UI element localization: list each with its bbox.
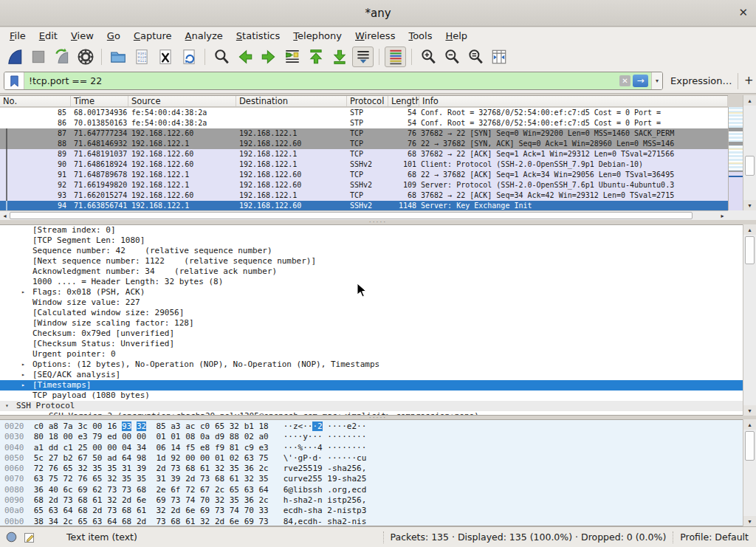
ascii-char[interactable]: i (357, 517, 362, 526)
hex-byte[interactable]: ac (185, 422, 195, 431)
detail-line[interactable]: [Calculated window size: 29056] (0, 308, 743, 318)
hex-byte[interactable]: 65 (34, 506, 44, 515)
column-header-source[interactable]: Source (128, 96, 236, 106)
hex-byte[interactable]: 2d (185, 474, 195, 484)
hex-byte[interactable]: 32 (215, 495, 224, 505)
ascii-char[interactable]: 4 (288, 517, 293, 526)
hex-byte[interactable]: 72 (63, 474, 73, 484)
detail-line[interactable]: TCP payload (1080 bytes) (0, 391, 743, 401)
ascii-char[interactable]: 5 (303, 464, 308, 473)
ascii-char[interactable]: o (332, 485, 337, 495)
add-filter-button[interactable]: + (744, 74, 754, 87)
hex-byte[interactable]: 34 (137, 443, 146, 453)
go-back-button[interactable] (234, 47, 255, 67)
hex-byte[interactable]: 40 (49, 485, 58, 495)
ascii-char[interactable]: · (327, 422, 332, 431)
hex-byte[interactable]: 00 (137, 432, 146, 441)
filter-apply-button[interactable]: → (633, 75, 648, 87)
expand-arrow-icon[interactable]: ▸ (21, 380, 25, 391)
ascii-char[interactable]: · (327, 453, 332, 463)
hex-byte[interactable]: dd (49, 443, 58, 453)
restart-capture-button[interactable] (51, 47, 72, 67)
hex-byte[interactable]: 72 (34, 464, 44, 473)
hex-byte[interactable]: 67 (78, 453, 87, 463)
colorize-packets-button[interactable] (385, 47, 406, 67)
capture-options-button[interactable] (75, 47, 96, 67)
ascii-char[interactable]: c (288, 506, 293, 515)
hex-byte[interactable]: 18 (259, 422, 269, 431)
hex-byte[interactable]: 32 (215, 464, 224, 473)
hex-byte[interactable]: 3c (78, 422, 87, 431)
hex-row[interactable]: 0090 68 2d 73 68 61 32 2d 6e 69 73 74 70… (4, 495, 743, 506)
hex-byte[interactable]: 00 (185, 453, 195, 463)
hex-byte[interactable]: a0 (259, 432, 269, 441)
hex-byte[interactable]: 73 (107, 506, 117, 515)
hex-byte[interactable]: ed (107, 432, 117, 441)
ascii-char[interactable]: d (362, 485, 367, 495)
ascii-char[interactable]: b (303, 485, 308, 495)
packet-row[interactable]: 8871.648146932192.168.122.1192.168.122.6… (0, 139, 728, 149)
hex-byte[interactable]: 63 (34, 474, 44, 484)
hex-byte[interactable]: 92 (171, 453, 180, 463)
expand-arrow-icon[interactable]: ▸ (21, 359, 25, 370)
ascii-char[interactable]: g (342, 485, 347, 495)
hex-byte[interactable]: 63 (244, 485, 254, 495)
detail-line[interactable]: Window size value: 227 (0, 297, 743, 308)
hex-byte[interactable]: 69 (156, 495, 165, 505)
hex-byte[interactable]: 72 (185, 485, 195, 495)
ascii-char[interactable]: · (327, 443, 332, 453)
hex-byte[interactable]: 00 (107, 443, 117, 453)
stop-capture-button[interactable] (27, 47, 49, 67)
hex-byte[interactable]: 70 (200, 495, 210, 505)
go-first-button[interactable] (305, 47, 326, 67)
ascii-char[interactable]: 5 (317, 474, 323, 484)
ascii-char[interactable]: · (293, 443, 298, 453)
menu-file[interactable]: File (3, 29, 32, 43)
ascii-char[interactable]: 4 (317, 443, 323, 453)
hex-byte[interactable]: 68 (137, 485, 146, 495)
hex-row[interactable]: 0080 36 40 6c 69 62 73 73 68 2e 6f 72 67… (4, 485, 743, 495)
ascii-char[interactable]: s (362, 517, 367, 526)
ascii-char[interactable]: · (342, 422, 347, 431)
hex-byte[interactable]: 31 (156, 474, 165, 484)
zoom-reset-button[interactable] (464, 47, 486, 67)
hex-byte[interactable]: 01 (171, 432, 180, 441)
hex-byte[interactable]: a3 (171, 422, 180, 431)
hex-byte[interactable]: 2d (137, 517, 146, 526)
hex-byte[interactable]: 08 (185, 432, 195, 441)
hex-byte[interactable]: c0 (200, 422, 210, 431)
hex-byte[interactable]: 70 (244, 506, 254, 515)
hex-byte[interactable]: 18 (49, 432, 58, 441)
hscrollbar-thumb[interactable] (10, 212, 693, 219)
hex-byte[interactable]: e3 (78, 432, 87, 441)
hex-byte[interactable]: 68 (78, 506, 87, 515)
hex-byte[interactable]: 00 (92, 422, 102, 431)
go-to-packet-button[interactable] (281, 47, 303, 67)
hex-row[interactable]: 0070 63 75 72 76 65 32 35 35 31 39 2d 73… (4, 474, 743, 484)
hex-byte[interactable]: 73 (171, 464, 180, 473)
hex-byte[interactable]: 61 (185, 517, 195, 526)
hex-byte[interactable]: 63 (244, 453, 254, 463)
ascii-char[interactable]: · (317, 453, 323, 463)
hex-byte[interactable]: 61 (92, 495, 102, 505)
ascii-char[interactable]: · (351, 432, 357, 441)
ascii-char[interactable]: - (303, 506, 308, 515)
display-filter-input[interactable]: !tcp.port == 22 ✕ → (24, 72, 651, 89)
ascii-char[interactable]: , (362, 464, 367, 473)
ascii-char[interactable]: · (288, 422, 293, 431)
hex-row[interactable]: 00a0 65 63 64 68 2d 73 68 61 32 2d 6e 69… (4, 506, 743, 516)
ascii-char[interactable]: t (351, 506, 357, 515)
hex-byte[interactable]: 64 (107, 517, 117, 526)
hex-byte[interactable]: 35 (137, 474, 146, 484)
ascii-char[interactable]: a (317, 506, 323, 515)
packet-row[interactable]: 9471.663856741192.168.122.1192.168.122.6… (0, 201, 728, 211)
hex-byte[interactable]: 73 (200, 474, 210, 484)
hex-byte[interactable]: 2c (259, 495, 269, 505)
packet-list-hscrollbar[interactable]: ◂ ▸ (0, 210, 728, 220)
ascii-char[interactable]: · (351, 453, 357, 463)
go-last-button[interactable] (329, 47, 350, 67)
hex-byte[interactable]: 2d (122, 495, 131, 505)
ascii-char[interactable]: 6 (357, 495, 362, 505)
hex-byte[interactable]: 32 (137, 422, 146, 431)
hex-byte[interactable]: 76 (78, 474, 87, 484)
